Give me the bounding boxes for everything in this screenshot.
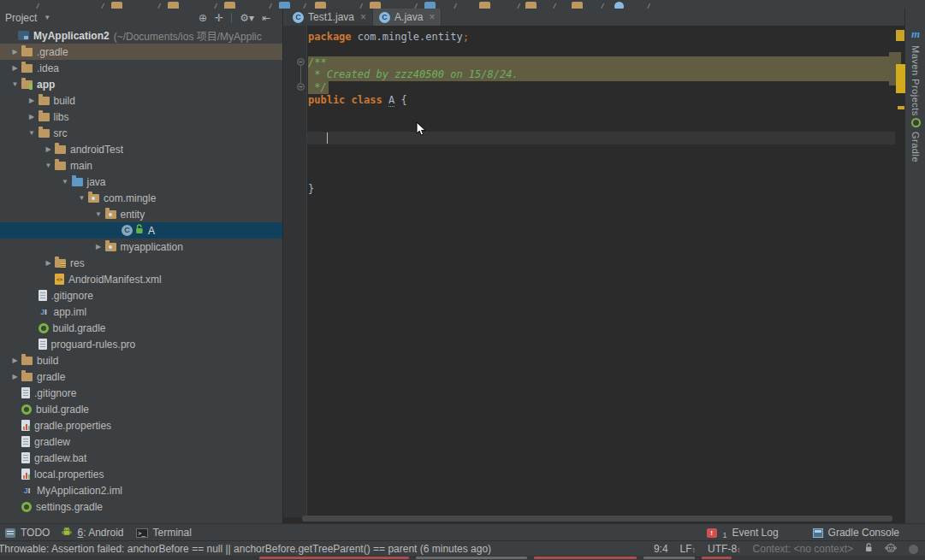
properties-icon xyxy=(21,420,30,431)
tree-toggle-arrow[interactable]: ▼ xyxy=(59,178,72,186)
tool-window-button-gradle[interactable]: Gradle xyxy=(905,118,925,162)
tree-row-settings-gradle[interactable]: settings.gradle xyxy=(0,498,282,513)
tree-row-main[interactable]: ▼main xyxy=(0,157,282,174)
tree-item-label: com.mingle xyxy=(104,192,156,204)
editor-tab-test1-java[interactable]: CTest1.java× xyxy=(287,9,373,26)
tree-item-label: A xyxy=(148,225,155,237)
settings-gear-icon[interactable]: ⚙▾ xyxy=(240,12,254,24)
tree-toggle-arrow[interactable]: ▶ xyxy=(26,113,39,121)
write-lock-icon[interactable] xyxy=(865,543,873,555)
chevron-down-icon[interactable]: ▼ xyxy=(44,14,50,21)
line-separator-selector[interactable]: LF↕ xyxy=(680,543,697,555)
tree-item-label: MyApplication2.iml xyxy=(37,485,122,497)
tree-item-label: libs xyxy=(54,111,69,123)
tree-row-build[interactable]: ▶build xyxy=(0,352,282,368)
folder-icon xyxy=(55,162,66,170)
tree-row-entity[interactable]: ▼entity xyxy=(0,206,282,222)
tree-row--gitignore[interactable]: .gitignore xyxy=(0,287,282,304)
code-text[interactable]: package com.mingle.entity; /** * Created… xyxy=(308,31,519,195)
tree-row-myapplication2-iml[interactable]: JIMyApplication2.iml xyxy=(0,482,282,498)
tree-item-path: (~/Documents/ios 项目/MyApplic xyxy=(114,28,262,43)
locate-icon[interactable]: ⊕ xyxy=(199,12,207,24)
android-icon xyxy=(62,526,72,539)
tree-toggle-arrow[interactable]: ▼ xyxy=(26,129,39,137)
tree-row-build-gradle[interactable]: build.gradle xyxy=(0,320,282,336)
tool-window-button-gradle-console[interactable]: Gradle Console xyxy=(813,527,899,539)
tree-toggle-arrow[interactable]: ▼ xyxy=(42,162,55,169)
tab-close-icon[interactable]: × xyxy=(360,11,366,23)
bottom-toolbar-right: !1Event LogGradle Console xyxy=(702,527,925,539)
collapse-all-icon[interactable]: ✛ xyxy=(215,12,223,24)
tree-row-build-gradle[interactable]: build.gradle xyxy=(0,401,282,417)
tree-toggle-arrow[interactable]: ▼ xyxy=(92,210,105,218)
tree-toggle-arrow[interactable]: ▶ xyxy=(9,373,21,380)
editor-horizontal-scrollbar[interactable] xyxy=(302,516,892,522)
tree-toggle-arrow[interactable]: ▶ xyxy=(9,48,21,56)
tree-row--idea[interactable]: ▶.idea xyxy=(0,60,282,76)
inspection-status-circle[interactable] xyxy=(909,545,918,554)
tree-row-androidmanifest-xml[interactable]: <>AndroidManifest.xml xyxy=(0,271,282,287)
tree-row-gradlew-bat[interactable]: gradlew.bat xyxy=(0,450,282,466)
project-horizontal-scrollbar[interactable] xyxy=(0,512,137,518)
tree-row-res[interactable]: ▶res xyxy=(0,255,282,271)
code-layers[interactable]: package com.mingle.entity; /** * Created… xyxy=(283,26,895,517)
run-context[interactable]: Context: <no context> xyxy=(753,543,853,555)
encoding-selector[interactable]: UTF-8↕ xyxy=(708,543,741,555)
folder-icon xyxy=(39,113,50,121)
tree-row-myapplication2[interactable]: MyApplication2(~/Documents/ios 项目/MyAppl… xyxy=(0,27,282,44)
console-icon xyxy=(813,528,823,538)
folder-icon xyxy=(39,97,50,105)
hide-panel-icon[interactable]: ⇤ xyxy=(262,12,270,24)
tree-row-myapplication[interactable]: ▶myapplication xyxy=(0,239,282,255)
tree-item-label: .gitignore xyxy=(51,290,93,302)
tree-toggle-arrow[interactable]: ▶ xyxy=(42,259,55,267)
maven-icon: m xyxy=(911,27,920,41)
tree-row-gradle-properties[interactable]: gradle.properties xyxy=(0,417,282,433)
tree-row-src[interactable]: ▼src xyxy=(0,125,282,141)
tool-window-button-event-log[interactable]: !1Event Log xyxy=(707,527,779,539)
tool-window-button-label: Maven Projects xyxy=(910,45,921,116)
tree-item-label: local.properties xyxy=(34,469,104,480)
tree-toggle-arrow[interactable]: ▶ xyxy=(42,145,55,153)
tree-row--gradle[interactable]: ▶.gradle xyxy=(0,44,282,60)
tab-close-icon[interactable]: × xyxy=(429,11,435,23)
tree-row-a[interactable]: CA xyxy=(0,222,282,239)
tool-window-button-6-android[interactable]: 6: Android xyxy=(62,526,123,539)
tree-row-androidtest[interactable]: ▶androidTest xyxy=(0,141,282,157)
tree-row--gitignore[interactable]: .gitignore xyxy=(0,385,282,401)
tree-toggle-arrow[interactable]: ▶ xyxy=(26,97,39,104)
hector-inspector-icon[interactable] xyxy=(885,543,897,556)
tool-window-button-maven-projects[interactable]: mMaven Projects xyxy=(905,27,925,116)
tree-toggle-arrow[interactable]: ▼ xyxy=(9,80,21,88)
tree-row-gradlew[interactable]: gradlew xyxy=(0,433,282,450)
tree-row-libs[interactable]: ▶libs xyxy=(0,109,282,125)
editor-tab-a-java[interactable]: CA.java× xyxy=(373,9,442,26)
tree-toggle-arrow[interactable]: ▶ xyxy=(9,64,21,72)
tool-window-button-todo[interactable]: TODO xyxy=(5,527,50,539)
gradle-icon xyxy=(21,502,32,512)
tree-row-proguard-rules-pro[interactable]: proguard-rules.pro xyxy=(0,336,282,352)
project-tree: MyApplication2(~/Documents/ios 项目/MyAppl… xyxy=(0,27,282,513)
tree-row-build[interactable]: ▶build xyxy=(0,92,282,109)
stripe-marker[interactable] xyxy=(898,106,904,109)
tree-toggle-arrow[interactable]: ▶ xyxy=(92,243,105,251)
project-panel-header: Project ▼ ⊕✛⚙▾⇤ xyxy=(0,9,282,27)
bottom-toolbar-left: TODO6: Android>_Terminal xyxy=(0,526,192,539)
tree-item-label: build.gradle xyxy=(53,322,106,334)
stripe-marker[interactable] xyxy=(896,30,904,41)
fold-range-line xyxy=(300,66,301,84)
fold-marker-icon[interactable]: − xyxy=(297,58,305,66)
editor-area: CTest1.java×CA.java× package com.mingle.… xyxy=(282,9,905,523)
manifest-icon: <> xyxy=(55,274,64,285)
caret-position[interactable]: 9:4 xyxy=(654,543,668,555)
tree-row-local-properties[interactable]: local.properties xyxy=(0,466,282,482)
tool-window-button-terminal[interactable]: >_Terminal xyxy=(136,527,192,539)
tree-row-java[interactable]: ▼java xyxy=(0,174,282,190)
tree-row-gradle[interactable]: ▶gradle xyxy=(0,368,282,385)
tree-row-com-mingle[interactable]: ▼com.mingle xyxy=(0,190,282,206)
tree-row-app-iml[interactable]: JIapp.iml xyxy=(0,304,282,320)
tree-toggle-arrow[interactable]: ▼ xyxy=(75,194,88,202)
tree-row-app[interactable]: ▼app xyxy=(0,76,282,92)
stripe-marker[interactable] xyxy=(896,64,905,93)
tree-toggle-arrow[interactable]: ▶ xyxy=(9,357,21,364)
